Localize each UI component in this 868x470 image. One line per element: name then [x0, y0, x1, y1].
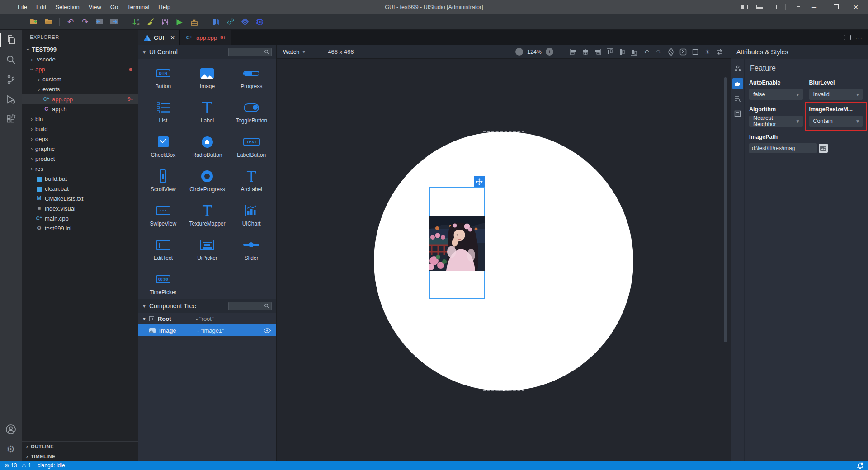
build-gears-icon[interactable]: [225, 16, 236, 28]
component-tree-header[interactable]: ▼ Component Tree: [138, 299, 276, 313]
watch-face-root[interactable]: [374, 132, 633, 391]
palette-item-circleprogress[interactable]: CircleProgress: [185, 167, 230, 201]
outline-section[interactable]: OUTLINE: [22, 441, 138, 451]
account-icon[interactable]: [0, 419, 22, 439]
explorer-more-actions-icon[interactable]: ···: [125, 33, 133, 41]
visibility-eye-icon[interactable]: [264, 328, 271, 333]
tree-item-cmakelists[interactable]: CMakeLists.txt: [22, 193, 138, 203]
palette-item-image[interactable]: Image: [185, 64, 230, 98]
minimize-button[interactable]: ─: [805, 0, 824, 14]
chip-icon[interactable]: [254, 16, 265, 28]
layout-category-icon[interactable]: [732, 108, 743, 119]
palette-item-arclabel[interactable]: ArcLabel: [229, 167, 274, 201]
palette-item-radiobutton[interactable]: RadioButton: [185, 133, 230, 167]
run-debug-view-icon[interactable]: [0, 89, 22, 109]
customize-layout-icon[interactable]: [789, 2, 803, 13]
menu-file[interactable]: File: [14, 2, 31, 12]
tree-item-res[interactable]: res: [22, 164, 138, 174]
tree-item-test999-ini[interactable]: test999.ini: [22, 223, 138, 233]
extensions-view-icon[interactable]: [0, 109, 22, 129]
align-bottom-icon[interactable]: [630, 47, 639, 56]
palette-item-scrollview[interactable]: ScrollView: [141, 167, 185, 201]
browse-image-button[interactable]: [819, 144, 828, 153]
palette-item-label[interactable]: Label: [185, 99, 230, 132]
tab-app-cpp[interactable]: app.cpp 9+: [180, 30, 231, 45]
palette-item-checkbox[interactable]: CheckBox: [141, 133, 185, 167]
align-top-icon[interactable]: [605, 47, 614, 56]
tree-item-graphic[interactable]: graphic: [22, 144, 138, 154]
canvas-vertical-scrollbar[interactable]: [724, 77, 727, 342]
restore-button[interactable]: [826, 0, 844, 14]
clean-broom-icon[interactable]: [145, 16, 156, 28]
clangd-status[interactable]: clangd: idle: [38, 462, 65, 469]
menu-edit[interactable]: Edit: [32, 2, 50, 12]
blurlevel-dropdown[interactable]: Invalid▼: [809, 89, 863, 100]
undo-icon[interactable]: ↶: [65, 16, 76, 28]
timeline-section[interactable]: TIMELINE: [22, 451, 138, 461]
palette-item-labelbutton[interactable]: TEXTLabelButton: [229, 133, 274, 167]
watch-preview-icon[interactable]: [666, 47, 675, 56]
notifications-bell-icon[interactable]: [857, 462, 863, 469]
run-icon[interactable]: ▶: [174, 16, 185, 28]
general-category-icon[interactable]: [732, 63, 743, 74]
tree-item-clean-bat[interactable]: clean.bat: [22, 183, 138, 193]
algorithm-dropdown[interactable]: Nearest Neighbor▼: [749, 116, 803, 127]
imagepath-input[interactable]: [749, 143, 817, 153]
bind-link-icon[interactable]: [679, 47, 688, 56]
deploy-package-icon[interactable]: [188, 16, 200, 28]
ui-control-search-input[interactable]: [228, 48, 272, 56]
toggle-secondary-sidebar-icon[interactable]: [768, 2, 782, 13]
close-button[interactable]: ✕: [846, 0, 865, 14]
component-root-row[interactable]: ▼ Root - "root": [138, 313, 276, 324]
palette-item-button[interactable]: BTNButton: [141, 64, 185, 98]
close-tab-icon[interactable]: ✕: [170, 34, 175, 41]
format-tune-icon[interactable]: [159, 16, 171, 28]
redo-icon[interactable]: ↷: [654, 47, 663, 56]
device-select-dropdown[interactable]: Watch▼: [283, 48, 306, 55]
ui-control-header[interactable]: ▼ UI Control: [138, 45, 276, 59]
search-view-icon[interactable]: [0, 50, 22, 70]
palette-item-swipeview[interactable]: SwipeView: [141, 202, 185, 235]
menu-view[interactable]: View: [85, 2, 105, 12]
problems-status[interactable]: ⊗ 13 ⚠ 1: [5, 462, 31, 469]
transform-swap-icon[interactable]: [715, 47, 724, 56]
palette-item-texturemapper[interactable]: TextureMapper: [185, 202, 230, 235]
tab-gui[interactable]: GUI ✕: [138, 30, 180, 45]
toggle-sidebar-icon[interactable]: [737, 2, 751, 13]
explorer-view-icon[interactable]: [0, 30, 22, 50]
menu-go[interactable]: Go: [106, 2, 122, 12]
move-handle[interactable]: [474, 176, 485, 187]
palette-item-edittext[interactable]: EditText: [141, 236, 185, 270]
align-right-icon[interactable]: [593, 47, 602, 56]
undo-icon[interactable]: ↶: [642, 47, 651, 56]
source-control-view-icon[interactable]: [0, 70, 22, 89]
tree-item-events[interactable]: events: [22, 84, 138, 94]
tree-item-app-cpp[interactable]: app.cpp9+: [22, 94, 138, 104]
select-region-icon[interactable]: [691, 47, 700, 56]
toggle-panel-icon[interactable]: [753, 2, 766, 13]
tree-item-vscode[interactable]: .vscode: [22, 54, 138, 64]
info-list-category-icon[interactable]: [732, 93, 743, 104]
imageresizemode-dropdown[interactable]: Contain▼: [809, 116, 863, 127]
split-editor-icon[interactable]: [844, 35, 851, 40]
tree-item-custom[interactable]: custom: [22, 74, 138, 84]
import-view-icon[interactable]: [94, 16, 105, 28]
tree-item-deps[interactable]: deps: [22, 134, 138, 144]
menu-help[interactable]: Help: [154, 2, 175, 12]
palette-item-list[interactable]: List: [141, 99, 185, 132]
design-canvas[interactable]: [277, 59, 731, 461]
feature-category-icon[interactable]: [732, 78, 743, 89]
new-folder-icon[interactable]: [28, 16, 40, 28]
align-center-horizontal-icon[interactable]: [581, 47, 590, 56]
palette-item-uipicker[interactable]: UiPicker: [185, 236, 230, 270]
open-folder-icon[interactable]: [42, 16, 54, 28]
palette-item-slider[interactable]: Slider: [229, 236, 274, 270]
tree-item-main-cpp[interactable]: main.cpp: [22, 213, 138, 223]
menu-selection[interactable]: Selection: [51, 2, 83, 12]
redo-icon[interactable]: ↷: [79, 16, 91, 28]
sort-lines-icon[interactable]: 0110: [130, 16, 142, 28]
align-left-icon[interactable]: [569, 47, 578, 56]
tree-item-bin[interactable]: bin: [22, 114, 138, 124]
chart-tool-icon[interactable]: [210, 16, 222, 28]
align-center-vertical-icon[interactable]: [618, 47, 627, 56]
